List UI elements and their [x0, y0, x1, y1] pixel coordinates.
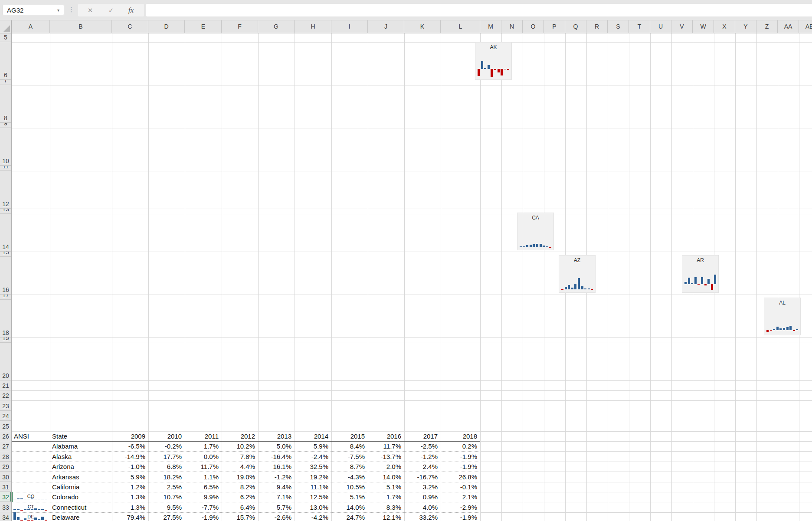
cell-C32[interactable]: 1.3% [112, 492, 148, 502]
cell-C33[interactable]: 1.3% [112, 502, 148, 512]
column-header-W[interactable]: W [693, 20, 714, 33]
cell-B29[interactable]: Arizona [50, 462, 112, 472]
cell-J33[interactable]: 8.3% [368, 502, 404, 512]
cell-C29[interactable]: -1.0% [112, 462, 148, 472]
cell-F34[interactable]: 15.7% [222, 512, 258, 521]
column-header-M[interactable]: M [480, 20, 501, 33]
column-header-R[interactable]: R [586, 20, 608, 33]
in-cell-sparkline-DE[interactable]: DE [12, 512, 49, 521]
row-header-6[interactable]: 6 [0, 42, 11, 80]
row-header-12[interactable]: 12 [0, 171, 11, 209]
name-box[interactable]: AG32 ▾ [3, 5, 64, 15]
column-header-H[interactable]: H [295, 20, 331, 33]
cell-F29[interactable]: 4.4% [222, 462, 258, 472]
row-header-27[interactable]: 27 [0, 441, 11, 451]
cell-B34[interactable]: Delaware [50, 512, 112, 521]
cell-E26[interactable]: 2011 [185, 431, 222, 441]
cell-I28[interactable]: -7.5% [331, 452, 368, 462]
row-header-7[interactable]: 7 [0, 80, 11, 85]
cell-G26[interactable]: 2013 [258, 431, 295, 441]
cell-D30[interactable]: 18.2% [148, 472, 185, 482]
cell-G30[interactable]: -1.2% [258, 472, 295, 482]
column-header-P[interactable]: P [544, 20, 565, 33]
cell-G32[interactable]: 7.1% [258, 492, 295, 502]
column-header-S[interactable]: S [608, 20, 629, 33]
column-header-AB[interactable]: AB [799, 20, 812, 33]
cell-H29[interactable]: 32.5% [295, 462, 331, 472]
cell-J26[interactable]: 2016 [368, 431, 404, 441]
cell-F32[interactable]: 6.2% [222, 492, 258, 502]
column-header-I[interactable]: I [331, 20, 368, 33]
column-header-N[interactable]: N [501, 20, 523, 33]
column-header-T[interactable]: T [629, 20, 650, 33]
column-header-D[interactable]: D [148, 20, 185, 33]
cell-F30[interactable]: 19.0% [222, 472, 258, 482]
column-header-Q[interactable]: Q [565, 20, 586, 33]
column-header-Y[interactable]: Y [735, 20, 756, 33]
column-header-B[interactable]: B [50, 20, 112, 33]
row-header-11[interactable]: 11 [0, 166, 11, 171]
cell-F31[interactable]: 8.2% [222, 482, 258, 492]
row-header-34[interactable]: 34 [0, 512, 11, 521]
cell-L29[interactable]: -1.9% [441, 462, 480, 472]
cell-L33[interactable]: -2.9% [441, 502, 480, 512]
row-header-9[interactable]: 9 [0, 123, 11, 128]
row-header-15[interactable]: 15 [0, 252, 11, 257]
cell-H32[interactable]: 12.5% [295, 492, 331, 502]
cell-J32[interactable]: 1.7% [368, 492, 404, 502]
mini-chart-card-AR[interactable]: AR [682, 255, 719, 293]
column-header-C[interactable]: C [112, 20, 148, 33]
cell-I26[interactable]: 2015 [331, 431, 368, 441]
row-header-22[interactable]: 22 [0, 390, 11, 400]
cell-F26[interactable]: 2012 [222, 431, 258, 441]
cell-B28[interactable]: Alaska [50, 452, 112, 462]
cell-H33[interactable]: 13.0% [295, 502, 331, 512]
cell-E33[interactable]: -7.7% [185, 502, 222, 512]
formula-bar-input[interactable] [146, 4, 812, 16]
cell-L30[interactable]: 26.8% [441, 472, 480, 482]
cell-D34[interactable]: 27.5% [148, 512, 185, 521]
cell-D33[interactable]: 9.5% [148, 502, 185, 512]
cell-K31[interactable]: 3.2% [404, 482, 441, 492]
cell-K28[interactable]: -1.2% [404, 452, 441, 462]
cell-H26[interactable]: 2014 [295, 431, 331, 441]
cell-E31[interactable]: 6.5% [185, 482, 222, 492]
row-header-17[interactable]: 17 [0, 295, 11, 300]
cell-E27[interactable]: 1.7% [185, 441, 222, 451]
row-header-19[interactable]: 19 [0, 338, 11, 343]
column-header-L[interactable]: L [441, 20, 480, 33]
cell-H30[interactable]: 19.2% [295, 472, 331, 482]
cell-J31[interactable]: 5.1% [368, 482, 404, 492]
cell-H34[interactable]: -4.2% [295, 512, 331, 521]
cell-K34[interactable]: 33.2% [404, 512, 441, 521]
cell-L32[interactable]: 2.1% [441, 492, 480, 502]
mini-chart-card-CA[interactable]: CA [517, 213, 554, 250]
column-header-J[interactable]: J [368, 20, 404, 33]
column-header-G[interactable]: G [258, 20, 295, 33]
cell-J29[interactable]: 2.0% [368, 462, 404, 472]
row-header-5[interactable]: 5 [0, 33, 11, 42]
mini-chart-card-AZ[interactable]: AZ [559, 255, 596, 293]
row-header-32[interactable]: 32 [0, 492, 11, 502]
in-cell-sparkline-CT[interactable]: CT [12, 502, 49, 512]
sheet-grid[interactable]: ANSIState2009201020112012201320142015201… [12, 33, 812, 521]
row-header-13[interactable]: 13 [0, 209, 11, 214]
column-header-U[interactable]: U [650, 20, 671, 33]
row-header-26[interactable]: 26 [0, 431, 11, 441]
cell-G28[interactable]: -16.4% [258, 452, 295, 462]
cell-D32[interactable]: 10.7% [148, 492, 185, 502]
cell-L31[interactable]: -0.1% [441, 482, 480, 492]
row-header-23[interactable]: 23 [0, 401, 11, 411]
cell-J28[interactable]: -13.7% [368, 452, 404, 462]
cell-C27[interactable]: -6.5% [112, 441, 148, 451]
cell-E29[interactable]: 11.7% [185, 462, 222, 472]
cell-H28[interactable]: -2.4% [295, 452, 331, 462]
cell-D29[interactable]: 6.8% [148, 462, 185, 472]
cell-I30[interactable]: -4.3% [331, 472, 368, 482]
cell-B32[interactable]: Colorado [50, 492, 112, 502]
cell-E28[interactable]: 0.0% [185, 452, 222, 462]
row-header-33[interactable]: 33 [0, 502, 11, 512]
row-header-21[interactable]: 21 [0, 380, 11, 390]
insert-function-icon[interactable]: fx [121, 4, 141, 16]
cell-H27[interactable]: 5.9% [295, 441, 331, 451]
